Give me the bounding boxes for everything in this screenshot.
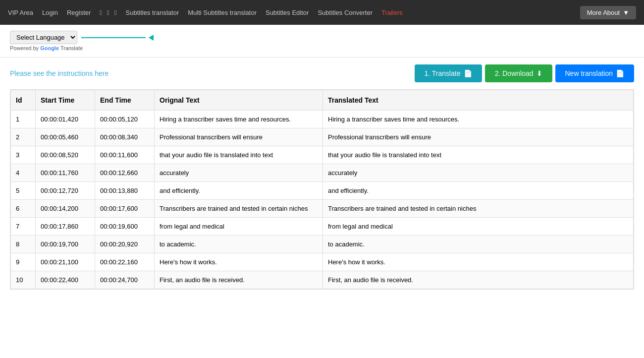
more-about-chevron-icon: ▼	[623, 9, 629, 16]
col-header-end: End Time	[95, 90, 155, 111]
nav-subtitles-translator[interactable]: Subtitles translator	[126, 9, 179, 16]
table-row: 8 00:00:19,700 00:00:20,920 to academic.…	[11, 236, 634, 253]
cell-id: 2	[11, 128, 36, 146]
nav-subtitles-editor[interactable]: Subtitles Editor	[266, 9, 309, 16]
cell-id: 1	[11, 111, 36, 128]
cell-trans: to academic.	[323, 236, 634, 253]
language-select[interactable]: Select Language English Spanish French G…	[10, 31, 77, 44]
more-about-button[interactable]: More About ▼	[580, 6, 636, 19]
subtitles-table-container: Id Start Time End Time Orignal Text Tran…	[10, 89, 634, 290]
cell-id: 6	[11, 200, 36, 218]
cell-orig: and efficiently.	[155, 182, 323, 200]
youtube-icon[interactable]: 	[114, 9, 117, 16]
new-translation-button[interactable]: New translation 📄	[555, 64, 635, 82]
cell-orig: Here's how it works.	[155, 253, 323, 271]
table-row: 9 00:00:21,100 00:00:22,160 Here's how i…	[11, 253, 634, 271]
cell-orig: that your audio file is translated into …	[155, 146, 323, 164]
download-button-label: 2. Download	[495, 69, 534, 77]
cell-start: 00:00:11,760	[36, 164, 95, 182]
cell-trans: Hiring a transcriber saves time and reso…	[323, 111, 634, 128]
cell-trans: Here's how it works.	[323, 253, 634, 271]
cell-end: 00:00:12,660	[95, 164, 155, 182]
nav-vip-area[interactable]: VIP Area	[8, 9, 33, 16]
table-header-row: Id Start Time End Time Orignal Text Tran…	[11, 90, 634, 111]
cell-orig: from legal and medical	[155, 218, 323, 236]
translate-button-label: 1. Translate	[425, 69, 461, 77]
cell-start: 00:00:21,100	[36, 253, 95, 271]
new-translation-icon: 📄	[616, 69, 624, 77]
instructions-link[interactable]: Please see the instructions here	[10, 69, 108, 77]
subtitles-table: Id Start Time End Time Orignal Text Tran…	[10, 90, 634, 289]
translate-button[interactable]: 1. Translate 📄	[415, 64, 482, 82]
cell-trans: Professional transcribers will ensure	[323, 128, 634, 146]
cell-end: 00:00:08,340	[95, 128, 155, 146]
cell-id: 4	[11, 164, 36, 182]
col-header-orig: Orignal Text	[155, 90, 323, 111]
twitter-icon[interactable]: 	[107, 9, 109, 16]
nav-register[interactable]: Register	[67, 9, 91, 16]
social-icons:   	[100, 9, 116, 16]
cell-start: 00:00:08,520	[36, 146, 95, 164]
table-row: 6 00:00:14,200 00:00:17,600 Transcribers…	[11, 200, 634, 218]
powered-by-text: Powered by Google Translate	[10, 45, 634, 51]
language-bar: Select Language English Spanish French G…	[0, 25, 644, 58]
cell-start: 00:00:17,860	[36, 218, 95, 236]
cell-orig: Transcribers are trained and tested in c…	[155, 200, 323, 218]
table-row: 5 00:00:12,720 00:00:13,880 and efficien…	[11, 182, 634, 200]
cell-end: 00:00:17,600	[95, 200, 155, 218]
cell-id: 5	[11, 182, 36, 200]
cell-trans: First, an audio file is received.	[323, 271, 634, 289]
cell-id: 10	[11, 271, 36, 289]
arrow-line	[81, 37, 146, 38]
col-header-trans: Translated Text	[323, 90, 634, 111]
download-icon: ⬇	[537, 69, 542, 77]
cell-start: 00:00:14,200	[36, 200, 95, 218]
cell-end: 00:00:20,920	[95, 236, 155, 253]
table-row: 2 00:00:05,460 00:00:08,340 Professional…	[11, 128, 634, 146]
nav-trailers[interactable]: Trailers	[381, 9, 403, 16]
language-select-row: Select Language English Spanish French G…	[10, 31, 634, 44]
cell-id: 9	[11, 253, 36, 271]
cell-id: 7	[11, 218, 36, 236]
nav-subtitles-converter[interactable]: Subtitles Converter	[318, 9, 373, 16]
table-body: 1 00:00:01,420 00:00:05,120 Hiring a tra…	[11, 111, 634, 289]
cell-end: 00:00:13,880	[95, 182, 155, 200]
cell-orig: accurately	[155, 164, 323, 182]
table-row: 1 00:00:01,420 00:00:05,120 Hiring a tra…	[11, 111, 634, 128]
cell-trans: Transcribers are trained and tested in c…	[323, 200, 634, 218]
new-translation-label: New translation	[565, 69, 613, 77]
cell-end: 00:00:22,160	[95, 253, 155, 271]
cell-trans: accurately	[323, 164, 634, 182]
col-header-id: Id	[11, 90, 36, 111]
cell-end: 00:00:11,600	[95, 146, 155, 164]
facebook-icon[interactable]: 	[100, 9, 102, 16]
cell-start: 00:00:01,420	[36, 111, 95, 128]
table-row: 10 00:00:22,400 00:00:24,700 First, an a…	[11, 271, 634, 289]
more-about-label: More About	[587, 9, 620, 16]
cell-start: 00:00:05,460	[36, 128, 95, 146]
table-row: 4 00:00:11,760 00:00:12,660 accurately a…	[11, 164, 634, 182]
cell-start: 00:00:22,400	[36, 271, 95, 289]
arrow-head-icon	[149, 35, 154, 41]
table-header: Id Start Time End Time Orignal Text Tran…	[11, 90, 634, 111]
cell-end: 00:00:19,600	[95, 218, 155, 236]
action-buttons: 1. Translate 📄 2. Download ⬇ New transla…	[415, 64, 634, 82]
cell-end: 00:00:05,120	[95, 111, 155, 128]
cell-id: 3	[11, 146, 36, 164]
cell-trans: that your audio file is translated into …	[323, 146, 634, 164]
table-row: 3 00:00:08,520 00:00:11,600 that your au…	[11, 146, 634, 164]
nav-multi-subtitles-translator[interactable]: Multi Subtitles translator	[188, 9, 257, 16]
nav-login[interactable]: Login	[42, 9, 58, 16]
cell-start: 00:00:12,720	[36, 182, 95, 200]
cell-orig: First, an audio file is received.	[155, 271, 323, 289]
col-header-start: Start Time	[36, 90, 95, 111]
cell-trans: and efficiently.	[323, 182, 634, 200]
cell-orig: Hiring a transcriber saves time and reso…	[155, 111, 323, 128]
cell-orig: Professional transcribers will ensure	[155, 128, 323, 146]
translate-icon: 📄	[464, 69, 472, 77]
cell-id: 8	[11, 236, 36, 253]
toolbar-area: Please see the instructions here 1. Tran…	[0, 58, 644, 89]
cell-start: 00:00:19,700	[36, 236, 95, 253]
cell-end: 00:00:24,700	[95, 271, 155, 289]
download-button[interactable]: 2. Download ⬇	[485, 64, 552, 82]
